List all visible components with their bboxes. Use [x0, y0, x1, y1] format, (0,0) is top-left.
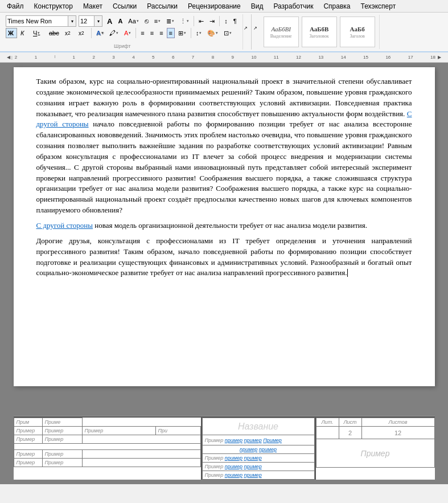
stamp-mid-cell: Пример пример пример: [202, 471, 314, 480]
align-left-btn[interactable]: ≡: [138, 28, 146, 38]
sort-btn[interactable]: ↕: [222, 16, 230, 26]
stamp-cell: [82, 459, 200, 467]
font-size-input[interactable]: [79, 15, 94, 27]
menu-file[interactable]: Файл: [2, 1, 28, 11]
stamp-top-row: Прим Приме Пример Пример Пример При Прим…: [14, 417, 435, 480]
font-size-combo[interactable]: ▾: [79, 15, 102, 27]
line-spacing-btn[interactable]: ↕▾: [194, 28, 204, 38]
font-name-combo[interactable]: ▾: [6, 15, 76, 27]
list-ordered-btn[interactable]: ≣▾: [164, 16, 176, 26]
text-cursor: [347, 269, 348, 277]
change-case-btn[interactable]: Aa▾: [126, 16, 141, 26]
menu-techexpert[interactable]: Техэксперт: [356, 1, 400, 11]
style-heading1[interactable]: АаБбВ Заголовок: [302, 17, 337, 47]
menu-mailings[interactable]: Рассылки: [142, 1, 182, 11]
stamp-mid-row5: Пример пример пример: [202, 471, 314, 480]
stamp-row-1: Пример Пример Пример При: [14, 427, 200, 435]
font-grow-btn[interactable]: A: [105, 16, 114, 26]
list-unordered-btn[interactable]: ≡▾: [152, 16, 163, 26]
shading-btn[interactable]: 🎨▾: [205, 28, 220, 38]
stamp-cell: При: [155, 427, 200, 435]
style-heading2[interactable]: АаБб Заголов: [340, 17, 375, 47]
stamp-mid-row3: Пример пример пример: [202, 454, 314, 463]
menu-help[interactable]: Справка: [319, 1, 355, 11]
paragraph-expand-btn[interactable]: ↗: [253, 24, 260, 31]
stamp-row-4: Пример Пример: [14, 450, 200, 459]
underline-btn[interactable]: Ч▾: [31, 28, 46, 38]
stamp-lit-label: Лит.: [316, 418, 339, 427]
stamp-cell: Пример: [14, 435, 42, 444]
border-btn[interactable]: ⊡▾: [221, 28, 234, 38]
highlight-btn[interactable]: 🖍▾: [107, 28, 121, 38]
stamp-name-row: Пример: [316, 439, 434, 468]
bold-btn[interactable]: Ж: [6, 28, 17, 38]
stamp-info-label-row: Лит. Лист Листов: [316, 418, 434, 427]
show-marks-btn[interactable]: ¶: [231, 16, 239, 26]
menu-review[interactable]: Рецензирование: [183, 1, 245, 11]
stamp-cell: Пример: [14, 427, 42, 435]
document-page[interactable]: Таким образом, курс на социально-ориенти…: [14, 67, 435, 386]
stamp-table: Прим Приме Пример Пример Пример При Прим…: [14, 416, 435, 480]
stamp-row-3: [14, 444, 200, 450]
stamp-right-block: Лит. Лист Листов 2 12 Пример: [315, 417, 435, 480]
stamp-left-block: Прим Приме Пример Пример Пример При Прим…: [14, 417, 202, 480]
stamp-cell: Прим: [14, 418, 42, 427]
stamp-row-2: Пример Пример: [14, 435, 200, 444]
styles-group: АаБбВI Выделение АаБбВ Заголовок АаБб За…: [260, 15, 380, 49]
align-center-btn[interactable]: ≡: [148, 28, 156, 38]
column-layout-btn[interactable]: ⊞▾: [176, 28, 188, 38]
text-effect-btn[interactable]: A▾: [94, 28, 106, 38]
stamp-list-label: Лист: [339, 418, 361, 427]
menu-view[interactable]: Вид: [246, 1, 268, 11]
stamp-cell: Пример: [42, 427, 82, 435]
stamp-cell: Пример: [14, 459, 42, 467]
align-justify-btn[interactable]: ≡: [167, 28, 175, 38]
paragraph-1: Таким образом, курс на социально-ориенти…: [36, 76, 412, 216]
stamp-info-value-row: 2 12: [316, 427, 434, 439]
superscript-btn[interactable]: x2: [76, 28, 89, 38]
link-1[interactable]: С другой стороны: [36, 109, 412, 129]
stamp-middle-table: Название Пример пример пример Пример при…: [202, 418, 315, 480]
stamp-mid-row1: Пример пример пример Пример: [202, 435, 314, 445]
font-name-dropdown[interactable]: ▾: [68, 15, 76, 27]
italic-btn[interactable]: К: [18, 28, 30, 38]
font-name-input[interactable]: [6, 15, 68, 27]
stamp-row-5: Пример Пример: [14, 459, 200, 467]
menu-constructor[interactable]: Конструктор: [30, 1, 77, 11]
ruler: ◀ | 21|123456789101112131415161718 ▶: [0, 52, 448, 63]
stamp-cell: Пример: [42, 450, 82, 459]
page-area: Таким образом, курс на социально-ориенти…: [0, 63, 448, 416]
stamp-cell: [82, 450, 200, 459]
subscript-btn[interactable]: x2: [63, 28, 75, 38]
link-2[interactable]: С другой стороны: [36, 221, 93, 230]
stamp-bottom-name: Пример: [316, 439, 434, 468]
font-shrink-btn[interactable]: A: [116, 16, 125, 26]
clear-format-btn[interactable]: ⎋: [142, 16, 151, 26]
menu-links[interactable]: Ссылки: [108, 1, 141, 11]
stamp-listov-label: Листов: [361, 418, 434, 427]
stamp-outer-table: Прим Приме Пример Пример Пример При Прим…: [14, 416, 435, 480]
decrease-indent-btn[interactable]: ⇤: [196, 16, 206, 26]
stamp-mid-cell: Пример пример пример: [202, 454, 314, 463]
stamp-cell: [82, 435, 200, 444]
stamp-mid-row2: пример пример: [202, 445, 314, 454]
multilevel-list-btn[interactable]: ⋮▾: [178, 16, 191, 26]
font-size-dropdown[interactable]: ▾: [94, 15, 102, 27]
font-color-btn[interactable]: A▾: [122, 28, 133, 38]
stamp-left-table: Прим Приме Пример Пример Пример При Прим…: [14, 418, 201, 467]
strikethrough-btn[interactable]: abc: [47, 28, 61, 38]
stamp-cell: Пример: [14, 450, 42, 459]
menu-bar: Файл Конструктор Макет Ссылки Рассылки Р…: [0, 0, 448, 13]
menu-developer[interactable]: Разработчик: [269, 1, 318, 11]
stamp-cell: Пример: [42, 459, 82, 467]
stamp-mid-cell: пример пример: [202, 445, 314, 454]
stamp-cell: [14, 444, 200, 450]
align-right-btn[interactable]: ≡: [157, 28, 165, 38]
style-highlight[interactable]: АаБбВI Выделение: [264, 17, 299, 47]
stamp-listov-value: 12: [361, 427, 434, 439]
font-expand-btn[interactable]: ↗: [243, 24, 250, 31]
menu-layout[interactable]: Макет: [79, 1, 107, 11]
ribbon-content: ▾ ▾ A A Aa▾ ⎋ ≡▾ ≣▾ ⋮▾ ⇤ ⇥: [0, 13, 448, 51]
stamp-row-0: Прим Приме: [14, 418, 200, 427]
increase-indent-btn[interactable]: ⇥: [207, 16, 217, 26]
